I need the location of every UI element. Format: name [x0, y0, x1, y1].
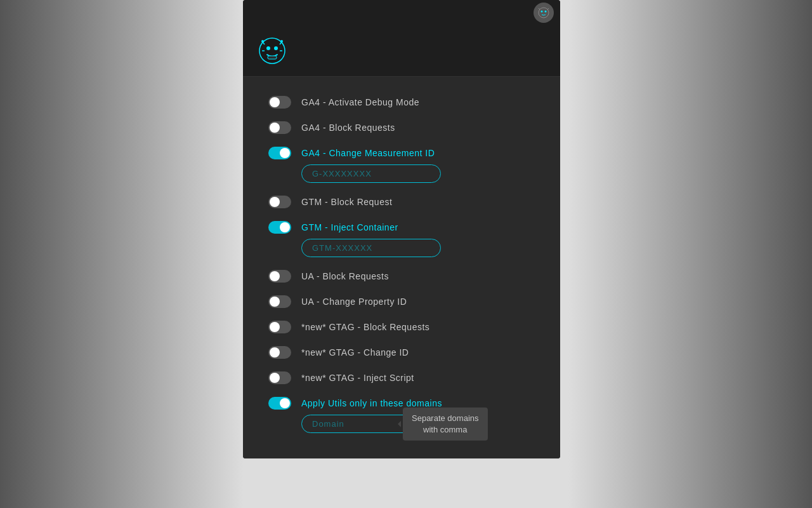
svg-point-11 [280, 40, 283, 43]
input-gtm-inject[interactable] [301, 239, 441, 257]
label-ua-block: UA - Block Requests [301, 271, 389, 281]
label-ua-change: UA - Change Property ID [301, 297, 407, 307]
extension-icon-wrapper [534, 3, 554, 23]
svg-rect-12 [268, 56, 277, 59]
row-header-ga4-measurement: GA4 - Change Measurement ID [268, 147, 435, 159]
label-ga4-debug: GA4 - Activate Debug Mode [301, 97, 419, 107]
label-gtag-inject: *new* GTAG - Inject Script [301, 373, 414, 383]
toggle-gtm-block[interactable] [268, 196, 291, 208]
setting-row-domain-apply: Apply Utils only in these domainsSeparat… [268, 391, 535, 439]
toggle-gtag-change[interactable] [268, 346, 291, 359]
svg-line-4 [547, 8, 549, 10]
header-title [296, 44, 302, 58]
logo-icon [258, 37, 286, 65]
svg-line-3 [539, 8, 540, 10]
toggle-ga4-measurement[interactable] [268, 147, 291, 159]
svg-point-10 [261, 40, 264, 43]
label-ga4-block: GA4 - Block Requests [301, 123, 395, 133]
setting-row-ua-change: UA - Change Property ID [268, 289, 535, 314]
label-gtm-block: GTM - Block Request [301, 197, 392, 207]
setting-row-ua-block: UA - Block Requests [268, 264, 535, 289]
row-header-domain-apply: Apply Utils only in these domains [268, 397, 442, 410]
svg-point-7 [274, 46, 278, 50]
toggle-ua-block[interactable] [268, 270, 291, 283]
toggle-ga4-debug[interactable] [268, 96, 291, 109]
setting-row-ga4-measurement: GA4 - Change Measurement ID [268, 140, 535, 189]
svg-point-6 [266, 46, 270, 50]
extension-panel: GA4 - Activate Debug ModeGA4 - Block Req… [243, 0, 560, 458]
label-gtag-change: *new* GTAG - Change ID [301, 347, 409, 358]
setting-row-ga4-debug: GA4 - Activate Debug Mode [268, 90, 535, 115]
label-gtm-inject: GTM - Inject Container [301, 222, 398, 232]
toggle-ua-change[interactable] [268, 295, 291, 308]
label-domain-apply: Apply Utils only in these domains [301, 398, 442, 408]
input-ga4-measurement[interactable] [301, 164, 441, 183]
input-wrapper-gtm-inject [301, 239, 441, 257]
setting-row-gtm-inject: GTM - Inject Container [268, 215, 535, 264]
setting-row-gtag-inject: *new* GTAG - Inject Script [268, 365, 535, 391]
input-domain-apply[interactable] [301, 415, 441, 433]
setting-row-ga4-block: GA4 - Block Requests [268, 115, 535, 140]
setting-row-gtm-block: GTM - Block Request [268, 189, 535, 215]
svg-point-2 [545, 11, 547, 13]
toggle-gtag-block[interactable] [268, 321, 291, 333]
setting-row-gtag-block: *new* GTAG - Block Requests [268, 314, 535, 340]
setting-row-gtag-change: *new* GTAG - Change ID [268, 340, 535, 365]
toggle-ga4-block[interactable] [268, 121, 291, 134]
row-header-gtm-inject: GTM - Inject Container [268, 221, 398, 234]
svg-point-0 [539, 8, 549, 18]
settings-list: GA4 - Activate Debug ModeGA4 - Block Req… [243, 77, 560, 458]
toggle-domain-apply[interactable] [268, 397, 291, 410]
extension-icon [537, 6, 551, 20]
label-ga4-measurement: GA4 - Change Measurement ID [301, 148, 435, 158]
header [243, 25, 560, 77]
label-gtag-block: *new* GTAG - Block Requests [301, 322, 429, 332]
toggle-gtm-inject[interactable] [268, 221, 291, 234]
toggle-gtag-inject[interactable] [268, 371, 291, 384]
svg-point-1 [541, 11, 543, 13]
on-badge [550, 22, 554, 23]
top-bar [243, 0, 560, 25]
input-wrapper-domain-apply: Separate domainswith comma [301, 415, 441, 433]
input-wrapper-ga4-measurement [301, 164, 441, 183]
